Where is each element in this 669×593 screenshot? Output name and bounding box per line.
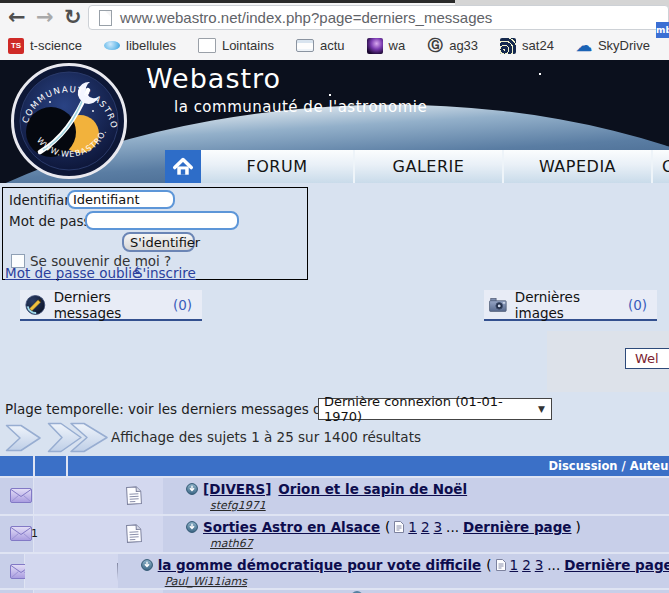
bookmark-lointains[interactable]: Lointains	[198, 38, 274, 53]
bookmark-mb[interactable]: mb	[656, 22, 669, 38]
last-images-tab[interactable]: Dernières images (0)	[484, 290, 657, 321]
last-messages-count: (0)	[173, 297, 192, 313]
page-link[interactable]: 2	[421, 519, 430, 535]
last-page-link[interactable]: Dernière page	[564, 557, 669, 573]
thread-author-link[interactable]: stefg1971	[210, 499, 669, 512]
username-field[interactable]	[67, 190, 175, 209]
side-panel: Wel	[547, 331, 669, 392]
password-field[interactable]	[85, 211, 239, 230]
thread-icon-cell	[34, 516, 163, 552]
thread-title-cell: la gomme démocratique pour vote difficil…	[118, 554, 669, 588]
site-title: Webastro	[146, 63, 281, 94]
page-link[interactable]: 3	[535, 557, 544, 573]
login-button[interactable]: S'identifier	[122, 232, 195, 252]
radar-icon	[500, 38, 516, 54]
login-box: Identifiant Mot de passe S'identifier Se…	[2, 187, 308, 280]
site-subtitle: la communauté de l'astronomie	[174, 98, 427, 116]
envelope-icon	[10, 526, 32, 541]
thread-icon-cell	[25, 554, 118, 588]
thread-pagination: ( 1 2 3 ... Dernière page )	[486, 557, 669, 573]
spiral-icon: Ⓖ	[427, 38, 443, 54]
webastro-logo[interactable]: COMMUNAUTE ASTRONOMIQUE WWW.WEBASTRO.NET	[10, 62, 128, 180]
thread-status-cell: 1	[0, 516, 33, 552]
bookmark-label: t-science	[30, 38, 82, 53]
cloud-icon: ☁	[576, 38, 592, 54]
messages-icon	[25, 293, 46, 317]
refresh-button[interactable]: ↻	[64, 4, 82, 30]
envelope-icon	[10, 488, 32, 503]
thread-title-link[interactable]: la gomme démocratique pour vote difficil…	[158, 557, 482, 573]
tab-galerie[interactable]: GALERIE	[353, 150, 502, 183]
time-range-value: Dernière connexion (01-01-1970)	[324, 394, 538, 424]
register-link[interactable]: S'inscrire	[134, 265, 196, 281]
page-link[interactable]: 1	[510, 557, 519, 573]
goto-first-unread-icon[interactable]	[141, 559, 153, 571]
tab-home[interactable]	[165, 150, 201, 183]
last-messages-tab[interactable]: Derniers messages (0)	[20, 290, 202, 321]
mb-icon: mb	[656, 22, 669, 38]
thread-title-link[interactable]: Sorties Astro en Alsace	[203, 519, 380, 535]
thread-title-cell: [DIVERS] Orion et le sapin de Noël stefg…	[163, 478, 669, 514]
forgot-password-link[interactable]: Mot de passe oublié	[5, 265, 140, 281]
bookmark-label: libellules	[126, 38, 176, 53]
bookmark-wa[interactable]: wa	[367, 38, 406, 54]
bookmark-label: actu	[320, 38, 345, 53]
last-page-arrow[interactable]	[47, 422, 109, 453]
browser-window: ← → ↻ www.webastro.net/index.php?page=de…	[0, 0, 669, 593]
bookmark-ag33[interactable]: Ⓖ ag33	[427, 38, 478, 54]
thread-title-cell: Sorties Astro en Alsace ( 1 2 3 ... Der	[163, 516, 669, 552]
window-icon	[296, 39, 314, 52]
thread-pagination: ( 1 2 3 ... Dernière page )	[385, 519, 581, 535]
chevron-down-icon: ▼	[538, 404, 545, 414]
home-icon	[172, 156, 194, 178]
thread-author-link[interactable]: Paul_Wi11iams	[165, 575, 669, 588]
next-page-arrow[interactable]	[5, 424, 43, 452]
tab-strip	[0, 0, 455, 3]
mini-document-icon	[496, 559, 506, 571]
bookmark-label: ag33	[449, 38, 478, 53]
bookmark-libellules[interactable]: libellules	[104, 38, 176, 53]
table-header: Discussion / Auteur	[0, 456, 669, 476]
bookmark-label: wa	[389, 38, 406, 53]
page-link[interactable]: 2	[522, 557, 531, 573]
tab-forum[interactable]: FORUM	[201, 150, 353, 183]
bookmark-actu[interactable]: actu	[296, 38, 345, 53]
thread-author-link[interactable]: math67	[210, 537, 669, 550]
goto-first-unread-icon[interactable]	[186, 483, 198, 495]
site-header: COMMUNAUTE ASTRONOMIQUE WWW.WEBASTRO.NET…	[0, 60, 669, 183]
last-page-link[interactable]: Dernière page	[463, 519, 572, 535]
bookmark-skydrive[interactable]: ☁ SkyDrive	[576, 38, 650, 54]
address-bar[interactable]: www.webastro.net/index.php?page=derniers…	[88, 5, 669, 30]
header-status-col	[0, 456, 33, 476]
nebula-icon	[367, 38, 383, 54]
thread-prefix[interactable]: [DIVERS]	[203, 481, 271, 497]
results-summary: Affichage des sujets 1 à 25 sur 1400 rés…	[111, 429, 421, 445]
t-science-icon: TS	[8, 38, 24, 54]
back-button[interactable]: ←	[8, 4, 26, 30]
tab-cutoff[interactable]: C	[651, 150, 669, 183]
thread-status-cell	[0, 554, 24, 588]
url-text[interactable]: www.webastro.net/index.php?page=derniers…	[120, 9, 492, 26]
thread-title-link[interactable]: Orion et le sapin de Noël	[278, 481, 467, 497]
bookmark-sat24[interactable]: sat24	[500, 38, 554, 54]
threads-table: Discussion / Auteur	[0, 456, 669, 593]
time-range-label: Plage temporelle: voir les derniers mess…	[5, 401, 358, 417]
bookmark-label: sat24	[522, 38, 554, 53]
thread-row: [DIVERS] Orion et le sapin de Noël stefg…	[0, 478, 669, 514]
document-icon	[126, 524, 143, 544]
welcome-button[interactable]: Wel	[625, 348, 669, 369]
thread-row: la gomme démocratique pour vote difficil…	[0, 554, 669, 588]
last-messages-label: Derniers messages	[54, 289, 165, 321]
header-discussion-author[interactable]: Discussion / Auteur	[68, 456, 669, 476]
goto-first-unread-icon[interactable]	[186, 521, 198, 533]
bookmark-t-science[interactable]: TS t-science	[8, 38, 82, 54]
main-nav: FORUM GALERIE WAPEDIA C	[165, 150, 669, 183]
tab-wapedia[interactable]: WAPEDIA	[502, 150, 651, 183]
time-range-select[interactable]: Dernière connexion (01-01-1970) ▼	[318, 398, 552, 420]
page-link[interactable]: 1	[408, 519, 417, 535]
page-link[interactable]: 3	[434, 519, 443, 535]
last-images-count: (0)	[628, 297, 647, 313]
camera-icon	[489, 297, 507, 313]
header-icon-col	[35, 456, 66, 476]
forward-button[interactable]: →	[36, 4, 54, 30]
